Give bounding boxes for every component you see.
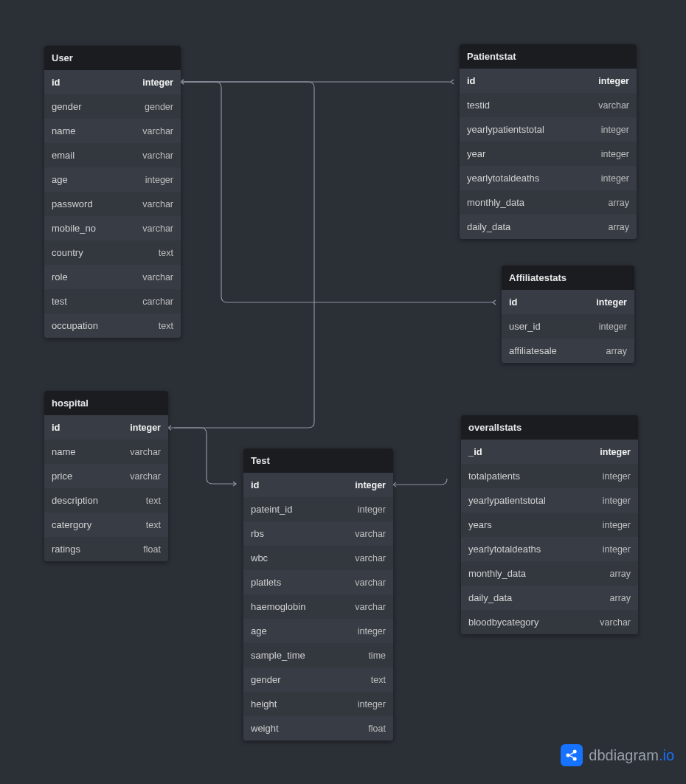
- column-type: varchar: [142, 199, 173, 209]
- column-type: integer: [355, 480, 386, 490]
- table-row[interactable]: testcarchar: [44, 289, 181, 313]
- column-name: yearlytotaldeaths: [468, 544, 603, 555]
- table-row[interactable]: monthly_dataarray: [461, 561, 638, 586]
- table-row[interactable]: weightfloat: [243, 716, 393, 740]
- table-row[interactable]: bloodbycategoryvarchar: [461, 610, 638, 634]
- table-row[interactable]: namevarchar: [44, 440, 168, 464]
- table-hospital[interactable]: hospitalidintegernamevarcharpricevarchar…: [44, 391, 168, 561]
- brand-db: db: [589, 747, 605, 763]
- table-row[interactable]: user_idinteger: [502, 314, 634, 339]
- table-body: idintegeruser_idintegeraffiliatesalearra…: [502, 290, 634, 363]
- column-name: wbc: [251, 552, 355, 563]
- table-row[interactable]: gendertext: [243, 667, 393, 692]
- diagram-canvas[interactable]: Useridintegergendergendernamevarcharemai…: [0, 0, 686, 784]
- table-row[interactable]: ageinteger: [243, 619, 393, 643]
- table-row[interactable]: sample_timetime: [243, 643, 393, 667]
- relation-user-to-patientstat: [181, 80, 454, 84]
- column-name: country: [52, 247, 159, 258]
- table-row[interactable]: yearsinteger: [461, 513, 638, 537]
- table-row[interactable]: yearlytotaldeathsinteger: [461, 537, 638, 561]
- table-test[interactable]: Testidintegerpateint_idintegerrbsvarchar…: [243, 448, 393, 740]
- column-type: array: [609, 198, 629, 208]
- table-row[interactable]: affiliatesalearray: [502, 339, 634, 363]
- column-type: integer: [358, 626, 386, 636]
- table-row[interactable]: pricevarchar: [44, 464, 168, 488]
- table-row[interactable]: daily_dataarray: [461, 586, 638, 610]
- column-type: gender: [145, 102, 173, 112]
- column-name: sample_time: [251, 650, 368, 661]
- table-row[interactable]: heightinteger: [243, 692, 393, 716]
- column-name: email: [52, 150, 142, 161]
- table-header[interactable]: hospital: [44, 391, 168, 415]
- table-row[interactable]: pateint_idinteger: [243, 497, 393, 521]
- table-row[interactable]: rolevarchar: [44, 265, 181, 289]
- column-name: yearlytotaldeaths: [467, 173, 601, 184]
- column-type: integer: [145, 175, 173, 185]
- column-name: yearlypatientstotal: [467, 124, 601, 135]
- table-row[interactable]: catergorytext: [44, 513, 168, 537]
- table-row[interactable]: yearlypatientstotalinteger: [460, 117, 637, 142]
- table-body: idintegertestidvarcharyearlypatientstota…: [460, 69, 637, 239]
- table-overallstats[interactable]: overallstats_idintegertotalpatientsinteg…: [461, 415, 638, 634]
- table-patientstat[interactable]: Patientstatidintegertestidvarcharyearlyp…: [460, 44, 637, 239]
- table-row[interactable]: ageinteger: [44, 167, 181, 192]
- column-type: varchar: [130, 447, 161, 457]
- column-type: float: [143, 544, 161, 555]
- column-name: daily_data: [467, 221, 609, 232]
- table-row[interactable]: namevarchar: [44, 119, 181, 143]
- table-row[interactable]: yearinteger: [460, 142, 637, 166]
- column-name: affiliatesale: [509, 345, 606, 356]
- table-row[interactable]: ratingsfloat: [44, 537, 168, 561]
- column-name: mobile_no: [52, 223, 142, 234]
- column-name: _id: [468, 446, 600, 457]
- column-name: gender: [52, 101, 145, 112]
- column-name: monthly_data: [467, 197, 609, 208]
- table-row[interactable]: idinteger: [502, 290, 634, 314]
- table-user[interactable]: Useridintegergendergendernamevarcharemai…: [44, 46, 181, 338]
- table-row[interactable]: mobile_novarchar: [44, 216, 181, 240]
- column-type: array: [610, 593, 631, 603]
- brand-io: .io: [659, 747, 674, 763]
- table-row[interactable]: idinteger: [460, 69, 637, 93]
- table-row[interactable]: idinteger: [44, 70, 181, 94]
- column-name: height: [251, 698, 358, 710]
- column-type: integer: [142, 77, 173, 88]
- column-type: integer: [603, 520, 631, 530]
- column-name: weight: [251, 723, 368, 734]
- table-row[interactable]: descriptiontext: [44, 488, 168, 513]
- table-header[interactable]: Test: [243, 448, 393, 473]
- column-type: varchar: [600, 617, 631, 628]
- table-row[interactable]: passwordvarchar: [44, 192, 181, 216]
- table-row[interactable]: _idinteger: [461, 440, 638, 464]
- column-type: text: [146, 520, 161, 530]
- table-row[interactable]: emailvarchar: [44, 143, 181, 167]
- column-type: varchar: [598, 100, 629, 111]
- table-affiliatestats[interactable]: Affiliatestatsidintegeruser_idintegeraff…: [502, 266, 634, 363]
- table-row[interactable]: gendergender: [44, 94, 181, 119]
- table-row[interactable]: occupationtext: [44, 313, 181, 338]
- table-row[interactable]: idinteger: [243, 473, 393, 497]
- column-type: varchar: [355, 602, 386, 612]
- column-name: totalpatients: [468, 471, 603, 482]
- table-row[interactable]: monthly_dataarray: [460, 190, 637, 215]
- table-row[interactable]: idinteger: [44, 415, 168, 440]
- table-row[interactable]: wbcvarchar: [243, 546, 393, 570]
- column-type: array: [609, 222, 629, 232]
- table-header[interactable]: Patientstat: [460, 44, 637, 69]
- table-row[interactable]: haemoglobinvarchar: [243, 594, 393, 619]
- table-row[interactable]: rbsvarchar: [243, 521, 393, 546]
- table-row[interactable]: testidvarchar: [460, 93, 637, 117]
- table-row[interactable]: platletsvarchar: [243, 570, 393, 594]
- table-row[interactable]: yearlytotaldeathsinteger: [460, 166, 637, 190]
- table-row[interactable]: totalpatientsinteger: [461, 464, 638, 488]
- column-type: text: [159, 321, 173, 331]
- table-header[interactable]: Affiliatestats: [502, 266, 634, 290]
- table-header[interactable]: User: [44, 46, 181, 70]
- table-row[interactable]: countrytext: [44, 240, 181, 265]
- table-body: idintegernamevarcharpricevarchardescript…: [44, 415, 168, 561]
- column-name: id: [251, 479, 355, 490]
- column-type: varchar: [142, 223, 173, 234]
- table-row[interactable]: daily_dataarray: [460, 215, 637, 239]
- table-header[interactable]: overallstats: [461, 415, 638, 440]
- table-row[interactable]: yearlypatientstotalinteger: [461, 488, 638, 513]
